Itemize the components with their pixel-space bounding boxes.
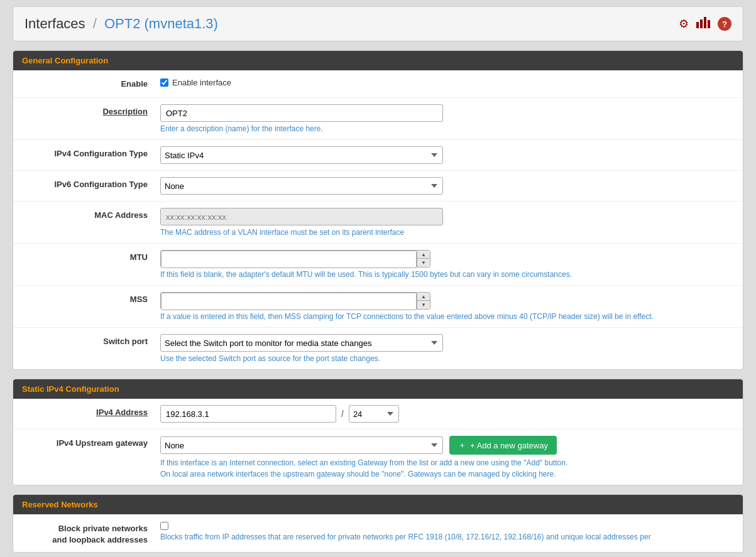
- block-private-help: Blocks traffic from IP addresses that ar…: [160, 533, 734, 541]
- gateway-help-line2: On local area network interfaces the ups…: [160, 470, 734, 479]
- svg-rect-2: [704, 17, 706, 28]
- ipv6-config-type-content: None Static IPv6 DHCPv6 SLAAC: [160, 177, 734, 195]
- general-config-header: General Configuration: [13, 51, 743, 70]
- ipv4-config-type-label: IPv4 Configuration Type: [22, 146, 160, 158]
- ipv4-config-type-select[interactable]: None Static IPv4 DHCP PPPoE: [160, 146, 443, 164]
- interface-name: OPT2 (mvneta1.3): [104, 16, 218, 31]
- mtu-spinner-btns: ▲ ▼: [417, 251, 430, 267]
- static-ipv4-section: Static IPv4 Configuration IPv4 Address /…: [13, 379, 743, 485]
- reserved-networks-section: Reserved Networks Block private networks…: [13, 494, 743, 553]
- enable-row: Enable Enable interface: [13, 70, 743, 98]
- ipv4-config-type-row: IPv4 Configuration Type None Static IPv4…: [13, 140, 743, 171]
- switch-port-content: Select the Switch port to monitor for me…: [160, 334, 734, 363]
- mtu-help: If this field is blank, the adapter's de…: [160, 270, 734, 279]
- mtu-spinner: ▲ ▼: [160, 250, 430, 268]
- description-content: Enter a description (name) for the inter…: [160, 104, 734, 133]
- header-icons: ⚙ ?: [679, 17, 731, 31]
- add-gateway-button[interactable]: ＋ + Add a new gateway: [449, 436, 557, 455]
- breadcrumb-prefix: Interfaces: [25, 16, 85, 31]
- block-private-checkbox-label[interactable]: [160, 521, 734, 530]
- block-private-label: Block private networks and loopback addr…: [22, 521, 160, 546]
- general-config-section: General Configuration Enable Enable inte…: [13, 50, 743, 370]
- cidr-select[interactable]: 8 16 24 32: [349, 405, 399, 423]
- ipv4-addr-row: / 8 16 24 32: [160, 405, 734, 423]
- mtu-content: ▲ ▼ If this field is blank, the adapter'…: [160, 250, 734, 279]
- ipv6-config-type-select[interactable]: None Static IPv6 DHCPv6 SLAAC: [160, 177, 443, 195]
- description-help: Enter a description (name) for the inter…: [160, 124, 734, 133]
- mss-spinner-btns: ▲ ▼: [417, 293, 430, 309]
- mac-address-content: The MAC address of a VLAN interface must…: [160, 208, 734, 237]
- ipv6-config-type-row: IPv6 Configuration Type None Static IPv6…: [13, 171, 743, 202]
- ipv4-gateway-content: None ＋ + Add a new gateway If this inter…: [160, 436, 734, 479]
- mtu-label: MTU: [22, 250, 160, 262]
- mac-address-input[interactable]: [160, 208, 443, 225]
- enable-checkbox[interactable]: [160, 78, 168, 87]
- mss-help: If a value is entered in this field, the…: [160, 312, 734, 321]
- enable-content: Enable interface: [160, 77, 734, 87]
- mtu-increment-btn[interactable]: ▲: [417, 251, 430, 259]
- svg-rect-0: [696, 22, 699, 28]
- gateway-row: None ＋ + Add a new gateway: [160, 436, 734, 455]
- page-header: Interfaces / OPT2 (mvneta1.3) ⚙ ?: [13, 6, 743, 41]
- chart-icon[interactable]: [696, 17, 710, 31]
- mss-spinner: ▲ ▼: [160, 292, 430, 310]
- mtu-input[interactable]: [161, 251, 417, 268]
- svg-rect-3: [708, 20, 710, 28]
- mss-content: ▲ ▼ If a value is entered in this field,…: [160, 292, 734, 321]
- mac-address-label: MAC Address: [22, 208, 160, 220]
- switch-port-help: Use the selected Switch port as source f…: [160, 354, 734, 363]
- mss-decrement-btn[interactable]: ▼: [417, 301, 430, 309]
- description-input[interactable]: [160, 104, 443, 122]
- description-label: Description: [22, 104, 160, 116]
- settings-icon[interactable]: ⚙: [679, 17, 689, 31]
- enable-label: Enable: [22, 77, 160, 89]
- gateway-help-line1: If this interface is an Internet connect…: [160, 458, 734, 467]
- cidr-slash: /: [341, 409, 344, 419]
- switch-port-row: Switch port Select the Switch port to mo…: [13, 328, 743, 369]
- ipv4-address-row: IPv4 Address / 8 16 24 32: [13, 399, 743, 430]
- switch-port-label: Switch port: [22, 334, 160, 346]
- ipv4-address-content: / 8 16 24 32: [160, 405, 734, 423]
- mtu-row: MTU ▲ ▼ If this field is blank, the adap…: [13, 244, 743, 286]
- static-ipv4-header: Static IPv4 Configuration: [13, 379, 743, 399]
- breadcrumb-slash: /: [93, 16, 101, 31]
- block-private-content: Blocks traffic from IP addresses that ar…: [160, 521, 734, 541]
- mtu-decrement-btn[interactable]: ▼: [417, 259, 430, 267]
- help-icon[interactable]: ?: [718, 17, 731, 31]
- reserved-networks-header: Reserved Networks: [13, 495, 743, 514]
- ipv4-gateway-label: IPv4 Upstream gateway: [22, 436, 160, 448]
- ipv4-gateway-row: IPv4 Upstream gateway None ＋ + Add a new…: [13, 430, 743, 485]
- ipv4-address-input[interactable]: [160, 405, 336, 423]
- ipv4-address-label: IPv4 Address: [22, 405, 160, 417]
- block-private-row: Block private networks and loopback addr…: [13, 514, 743, 552]
- add-gateway-plus-icon: ＋: [458, 440, 466, 451]
- description-row: Description Enter a description (name) f…: [13, 98, 743, 140]
- block-private-checkbox[interactable]: [160, 522, 168, 530]
- ipv6-config-type-label: IPv6 Configuration Type: [22, 177, 160, 189]
- page-title: Interfaces / OPT2 (mvneta1.3): [25, 16, 218, 32]
- mss-label: MSS: [22, 292, 160, 304]
- svg-rect-1: [700, 19, 703, 28]
- mss-increment-btn[interactable]: ▲: [417, 293, 430, 301]
- gateway-select[interactable]: None: [160, 436, 443, 454]
- ipv4-config-type-content: None Static IPv4 DHCP PPPoE: [160, 146, 734, 164]
- mss-row: MSS ▲ ▼ If a value is entered in this fi…: [13, 286, 743, 328]
- mac-address-help: The MAC address of a VLAN interface must…: [160, 228, 734, 237]
- enable-checkbox-label[interactable]: Enable interface: [160, 77, 734, 87]
- switch-port-select[interactable]: Select the Switch port to monitor for me…: [160, 334, 443, 352]
- mac-address-row: MAC Address The MAC address of a VLAN in…: [13, 202, 743, 244]
- mss-input[interactable]: [161, 293, 417, 310]
